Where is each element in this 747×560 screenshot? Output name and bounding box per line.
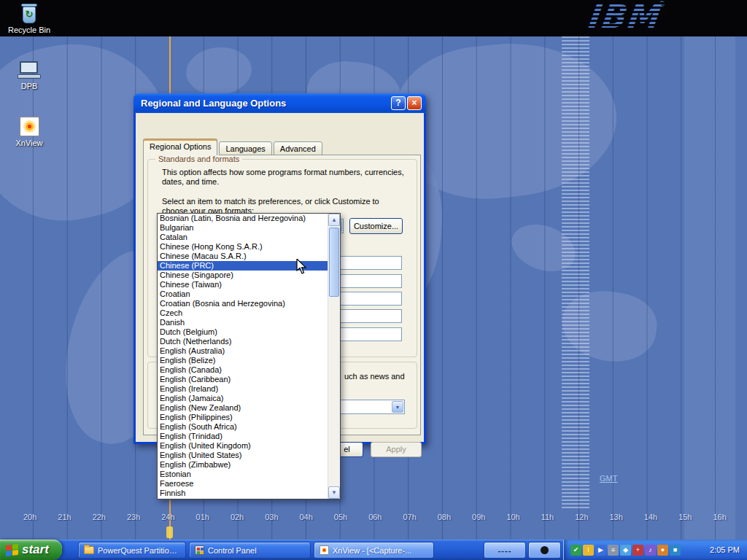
tray-icon[interactable]: ●: [657, 545, 668, 556]
system-tray: ✔!▶≡◆+♪●■ 2:05 PM: [563, 540, 747, 560]
timezone-label: 16h: [713, 513, 726, 524]
language-option[interactable]: English (United Kingdom): [158, 441, 328, 451]
taskbar: start PowerQuest Partition... Control Pa…: [0, 540, 747, 560]
xnview-icon: [20, 117, 39, 136]
timezone-label: 09h: [472, 513, 485, 524]
taskbar-app-button[interactable]: [528, 542, 561, 559]
tray-icon[interactable]: ♪: [645, 545, 656, 556]
timezone-label: 03h: [265, 513, 278, 524]
tray-icon[interactable]: ✔: [570, 545, 581, 556]
language-option-label: Finnish: [160, 489, 185, 497]
ibm-logo: IBM®: [587, 0, 681, 35]
tray-icon[interactable]: ■: [670, 545, 681, 556]
language-option[interactable]: Catalan: [158, 233, 328, 242]
language-option[interactable]: English (New Zealand): [158, 403, 328, 413]
language-option[interactable]: Croatian: [158, 289, 328, 299]
language-option[interactable]: Chinese (Hong Kong S.A.R.): [158, 242, 328, 252]
language-option-label: Catalan: [160, 233, 187, 241]
language-list[interactable]: Bosnian (Latin, Bosnia and Herzegovina)B…: [157, 213, 341, 499]
customize-button[interactable]: Customize...: [349, 218, 403, 234]
task-xnview[interactable]: XnView - [<Capture-...: [314, 542, 434, 559]
language-option-label: Bosnian (Latin, Bosnia and Herzegovina): [160, 214, 306, 222]
desktop-icon-dpb[interactable]: DPB: [6, 61, 53, 90]
language-option[interactable]: English (Ireland): [158, 384, 328, 394]
language-option[interactable]: English (Canada): [158, 365, 328, 375]
icon-label: Recycle Bin: [8, 26, 50, 34]
scroll-down-button[interactable]: ▼: [328, 486, 340, 499]
location-text-fragment: uch as news and: [344, 372, 414, 381]
desktop-icon-recycle-bin[interactable]: ↻ Recycle Bin: [6, 4, 53, 34]
tray-icon[interactable]: ◆: [620, 545, 631, 556]
tray-icon[interactable]: !: [583, 545, 594, 556]
language-option[interactable]: English (Jamaica): [158, 394, 328, 403]
language-option[interactable]: Bulgarian: [158, 223, 328, 233]
language-option[interactable]: English (United States): [158, 451, 328, 460]
close-button[interactable]: ×: [407, 96, 422, 110]
tab-regional-options[interactable]: Regional Options: [143, 139, 217, 155]
tab-advanced[interactable]: Advanced: [274, 141, 322, 155]
language-option[interactable]: English (Belize): [158, 356, 328, 365]
language-option-label: Chinese (Singapore): [160, 271, 233, 279]
task-control-panel[interactable]: Control Panel: [189, 542, 311, 559]
dialog-title: Regional and Language Options: [141, 98, 390, 109]
taskbar-mini-button[interactable]: ----: [484, 542, 526, 559]
task-powerquest[interactable]: PowerQuest Partition...: [78, 542, 186, 559]
language-option-label: English (South Africa): [160, 422, 237, 431]
language-option-label: English (Canada): [160, 365, 222, 374]
language-option-label: Estonian: [160, 470, 191, 478]
timezone-label: 01h: [196, 513, 209, 524]
recycle-glyph: ↻: [20, 9, 38, 20]
language-option[interactable]: English (Zimbabwe): [158, 460, 328, 470]
start-button[interactable]: start: [0, 540, 62, 560]
language-option[interactable]: Croatian (Bosnia and Herzegovina): [158, 299, 328, 308]
language-option-label: Dutch (Netherlands): [160, 337, 231, 346]
timezone-label: 21h: [58, 513, 71, 524]
language-option[interactable]: Czech: [158, 308, 328, 318]
task-label: XnView - [<Capture-...: [333, 546, 411, 555]
language-option[interactable]: Estonian: [158, 470, 328, 479]
timezone-label: 02h: [231, 513, 244, 524]
tray-icon[interactable]: ≡: [608, 545, 619, 556]
language-option-label: Bulgarian: [160, 223, 193, 232]
language-option[interactable]: English (Philippines): [158, 413, 328, 422]
language-option[interactable]: English (Australia): [158, 346, 328, 356]
desktop: GMT 20h21h22h23h24h01h02h03h04h05h06h07h…: [0, 0, 747, 560]
timezone-label: 08h: [438, 513, 451, 524]
language-option[interactable]: Danish: [158, 318, 328, 327]
language-option[interactable]: English (South Africa): [158, 422, 328, 432]
language-option-label: Chinese (Taiwan): [160, 280, 222, 289]
language-option[interactable]: Finnish: [158, 489, 328, 498]
tray-icons: ✔!▶≡◆+♪●■: [570, 545, 681, 556]
timezone-label: 24h: [161, 513, 174, 524]
language-option-label: Czech: [160, 308, 182, 317]
language-option[interactable]: Chinese (Taiwan): [158, 280, 328, 289]
group-caption: Standards and formats: [155, 155, 242, 163]
mini-button-label: ----: [498, 546, 512, 555]
language-option-label: English (Philippines): [160, 413, 233, 421]
apply-button[interactable]: Apply: [371, 442, 422, 457]
task-label: Control Panel: [208, 546, 257, 555]
dialog-titlebar[interactable]: Regional and Language Options ? ×: [133, 93, 426, 113]
language-option[interactable]: Bosnian (Latin, Bosnia and Herzegovina): [158, 214, 328, 223]
language-option[interactable]: Dutch (Netherlands): [158, 337, 328, 346]
language-option[interactable]: English (Trinidad): [158, 432, 328, 441]
start-label: start: [22, 542, 49, 557]
tab-languages[interactable]: Languages: [219, 141, 271, 155]
language-option[interactable]: Dutch (Belgium): [158, 327, 328, 337]
desktop-icon-xnview[interactable]: XnView: [6, 117, 53, 147]
language-list-scrollbar[interactable]: ▲ ▼: [328, 214, 340, 499]
help-button[interactable]: ?: [391, 96, 406, 110]
language-option[interactable]: English (Caribbean): [158, 375, 328, 384]
tray-icon[interactable]: +: [632, 545, 643, 556]
language-option-label: English (Zimbabwe): [160, 460, 231, 469]
language-option[interactable]: Faeroese: [158, 479, 328, 489]
standards-description: This option affects how some programs fo…: [162, 168, 406, 187]
timezone-label-row: 20h21h22h23h24h01h02h03h04h05h06h07h08h0…: [0, 513, 747, 524]
combobox-dropdown-arrow[interactable]: ▼: [392, 401, 403, 413]
timezone-label: 12h: [575, 513, 588, 524]
scrollbar-thumb[interactable]: [329, 228, 339, 297]
timezone-label: 13h: [610, 513, 623, 524]
timezone-label: 11h: [541, 513, 554, 524]
scroll-up-button[interactable]: ▲: [328, 214, 340, 226]
tray-icon[interactable]: ▶: [595, 545, 606, 556]
